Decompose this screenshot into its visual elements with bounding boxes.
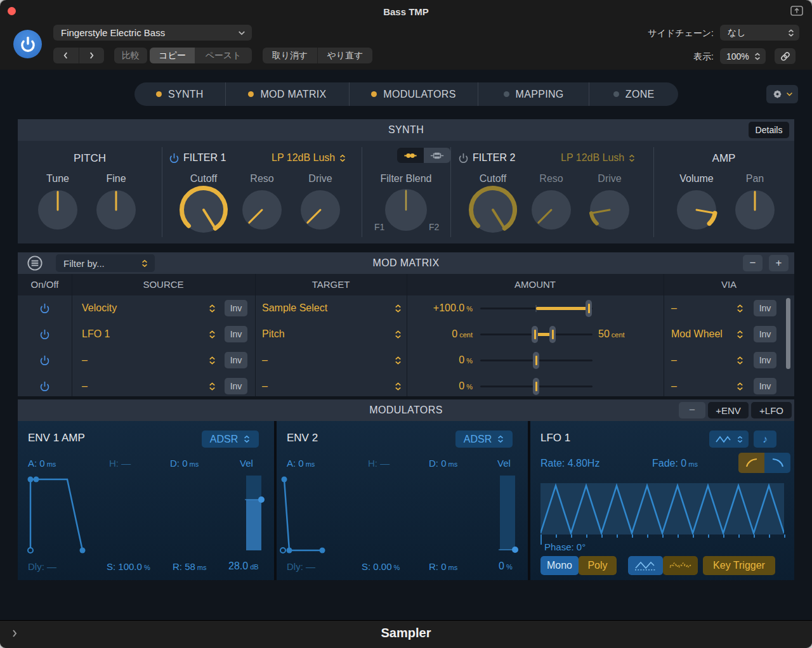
source-select[interactable]: – [82, 380, 88, 392]
filter2-cutoff-knob[interactable] [466, 183, 520, 239]
lfo-fade[interactable]: Fade: 0ms [652, 458, 698, 469]
env2-sustain[interactable]: S: 0.00% [362, 561, 400, 572]
menu-icon[interactable] [27, 255, 43, 271]
env2-envelope-display[interactable] [277, 472, 528, 555]
copy-button[interactable]: コピー [150, 48, 195, 63]
next-preset-button[interactable] [79, 48, 105, 63]
source-select[interactable]: Velocity [82, 302, 117, 314]
amount-value[interactable]: 0cent [396, 328, 473, 340]
source-select[interactable]: – [82, 354, 88, 366]
poly-button[interactable]: Poly [579, 556, 617, 575]
row-power-icon[interactable] [39, 355, 50, 366]
via-select[interactable]: Mod Wheel [671, 328, 723, 340]
pan-knob[interactable] [731, 186, 778, 236]
source-select[interactable]: LFO 1 [82, 328, 110, 340]
plugin-power-button[interactable] [13, 30, 42, 58]
filter2-drive-knob[interactable] [586, 186, 633, 236]
via-select[interactable]: – [671, 354, 677, 366]
lfo-random-button[interactable] [663, 556, 698, 575]
row-power-icon[interactable] [39, 303, 50, 314]
key-trigger-button[interactable]: Key Trigger [703, 556, 775, 575]
row-power-icon[interactable] [39, 381, 50, 392]
via-select[interactable]: – [671, 302, 677, 314]
add-env-button[interactable]: +ENV [708, 402, 749, 418]
volume-knob[interactable] [673, 186, 720, 236]
details-button[interactable]: Details [749, 122, 789, 138]
via-invert-button[interactable]: Inv [754, 352, 776, 368]
env2-delay[interactable]: Dly: — [287, 561, 315, 572]
remove-row-button[interactable]: − [743, 255, 763, 271]
via-select[interactable]: – [671, 380, 677, 392]
preset-dropdown[interactable]: Fingerstyle Electric Bass [53, 25, 252, 41]
env2-mode-dropdown[interactable]: ADSR [455, 431, 513, 448]
env1-mode-dropdown[interactable]: ADSR [202, 431, 259, 448]
amount-max-value[interactable]: 50cent [598, 328, 625, 340]
lfo-rate[interactable]: Rate: 4.80Hz [540, 458, 599, 469]
amount-value[interactable]: 0% [396, 380, 473, 392]
target-select[interactable]: – [262, 354, 268, 366]
tab-modulators[interactable]: MODULATORS [349, 82, 478, 106]
env1-vel-slider[interactable] [246, 476, 261, 550]
target-select[interactable]: Pitch [262, 328, 285, 340]
routing-parallel-button[interactable] [424, 148, 450, 163]
lfo-waveform-display[interactable] [540, 483, 784, 535]
compare-button[interactable]: 比較 [114, 48, 147, 63]
filter2-power-icon[interactable] [458, 153, 469, 164]
prev-preset-button[interactable] [53, 48, 79, 63]
add-row-button[interactable]: + [769, 255, 789, 271]
tune-knob[interactable] [34, 186, 81, 236]
via-invert-button[interactable]: Inv [754, 300, 776, 316]
source-invert-button[interactable]: Inv [225, 300, 247, 316]
action-menu-button[interactable] [766, 85, 798, 103]
paste-button[interactable]: ペースト [195, 48, 252, 63]
env2-release[interactable]: R: 0ms [429, 561, 457, 572]
filter1-cutoff-knob[interactable] [177, 183, 230, 239]
filter1-type-dropdown[interactable]: LP 12dB Lush [272, 152, 346, 164]
filter2-type-dropdown[interactable]: LP 12dB Lush [561, 152, 636, 164]
link-button[interactable] [775, 48, 796, 64]
filter-by-dropdown[interactable]: Filter by... [56, 254, 155, 272]
sidechain-dropdown[interactable]: なし [720, 25, 799, 41]
env1-attack[interactable]: A: 0ms [28, 458, 56, 469]
tab-zone[interactable]: ZONE [589, 82, 678, 106]
tab-synth[interactable]: SYNTH [134, 82, 225, 106]
filter2-reso-knob[interactable] [528, 186, 575, 236]
via-invert-button[interactable]: Inv [754, 326, 776, 342]
fade-out-button[interactable] [764, 453, 790, 473]
amount-value[interactable]: +100.0% [396, 302, 473, 314]
amount-slider-handle[interactable] [533, 378, 539, 395]
lfo-wave-dropdown[interactable] [709, 431, 749, 448]
undo-button[interactable]: 取り消す [263, 48, 317, 63]
tab-mod-matrix[interactable]: MOD MATRIX [225, 82, 350, 106]
add-lfo-button[interactable]: +LFO [751, 402, 792, 418]
row-power-icon[interactable] [39, 329, 50, 340]
fade-in-button[interactable] [738, 453, 764, 473]
amount-range-handle-low[interactable] [532, 326, 538, 343]
env1-sustain[interactable]: S: 100.0% [107, 561, 150, 572]
amount-range-handle-high[interactable] [549, 326, 556, 343]
via-invert-button[interactable]: Inv [754, 378, 776, 394]
tab-mapping[interactable]: MAPPING [478, 82, 589, 106]
env2-decay[interactable]: D: 0ms [429, 458, 457, 469]
filter1-drive-knob[interactable] [297, 186, 344, 236]
remove-modulator-button[interactable]: − [679, 402, 705, 418]
env1-decay[interactable]: D: 0ms [170, 458, 199, 469]
filter1-reso-knob[interactable] [239, 186, 285, 236]
env1-release[interactable]: R: 58ms [173, 561, 207, 572]
env1-envelope-display[interactable] [18, 472, 274, 555]
target-select[interactable]: Sample Select [262, 302, 327, 314]
redo-button[interactable]: やり直す [317, 48, 372, 63]
source-invert-button[interactable]: Inv [225, 326, 247, 342]
env1-hold[interactable]: H: — [109, 458, 131, 469]
matrix-scrollbar[interactable] [786, 298, 790, 369]
amount-slider-handle[interactable] [586, 300, 592, 317]
pop-out-icon[interactable] [790, 6, 803, 16]
mono-button[interactable]: Mono [540, 556, 579, 575]
env2-attack[interactable]: A: 0ms [287, 458, 315, 469]
source-invert-button[interactable]: Inv [225, 378, 247, 394]
lfo-phase[interactable]: Phase: 0° [544, 541, 586, 552]
env2-hold[interactable]: H: — [368, 458, 390, 469]
filter1-power-icon[interactable] [169, 153, 180, 164]
zoom-dropdown[interactable]: 100% [720, 48, 766, 64]
amount-slider-handle[interactable] [533, 352, 539, 369]
